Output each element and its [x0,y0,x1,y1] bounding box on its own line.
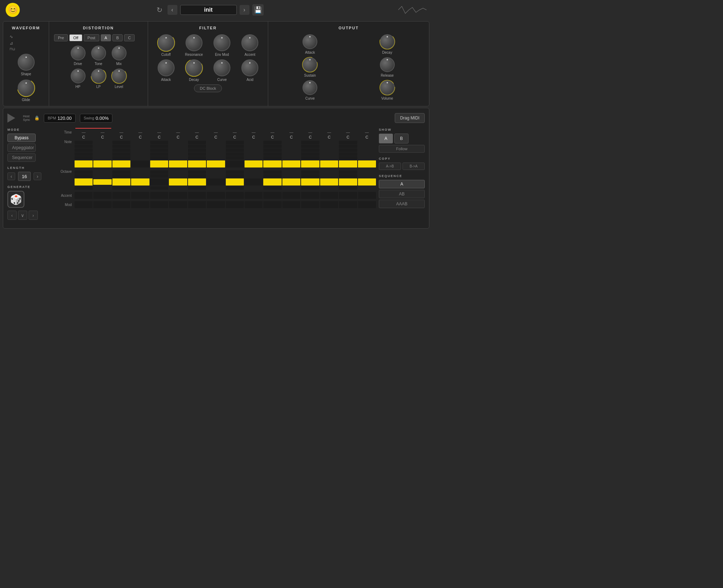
mode-bypass-button[interactable]: Bypass [7,134,36,142]
show-a-button[interactable]: A [379,134,393,143]
reload-button[interactable]: ↻ [155,5,165,15]
dist-b-button[interactable]: B [112,34,123,41]
note-active-11[interactable] [263,160,281,167]
filter-cutoff-knob[interactable] [158,34,175,51]
filter-resonance-knob[interactable] [186,34,202,51]
show-b-button[interactable]: B [394,134,408,143]
oct-14[interactable] [320,178,338,186]
bpm-value[interactable]: 120.00 [58,116,72,121]
n1-16[interactable] [358,141,376,144]
filter-curve-knob[interactable] [213,59,230,76]
n1-2[interactable] [93,141,111,144]
n1-11[interactable] [263,141,281,144]
oct-10[interactable] [245,178,263,186]
dist-post-button[interactable]: Post [84,34,99,41]
drive-knob[interactable] [71,46,86,60]
output-sustain-knob[interactable] [302,57,317,72]
note-active-12[interactable] [282,160,300,167]
n1-1[interactable] [75,141,93,144]
n1-14[interactable] [320,141,338,144]
seq-nav-next[interactable]: › [29,211,38,220]
dice-button[interactable]: 🎲 [7,191,24,208]
note-active-5[interactable] [150,160,168,167]
n1-6[interactable] [169,141,187,144]
oct-11[interactable] [263,178,281,186]
oct-4[interactable] [131,178,149,186]
copy-ab-button[interactable]: A->B [379,163,401,170]
filter-decay-knob[interactable] [186,59,202,76]
oct-12[interactable] [282,178,300,186]
filter-acid-knob[interactable] [241,59,258,76]
tone-knob[interactable] [91,46,106,60]
output-curve-knob[interactable] [302,80,317,95]
follow-button[interactable]: Follow [379,145,425,153]
output-attack-knob[interactable] [302,34,317,49]
n1-7[interactable] [188,141,206,144]
output-decay-knob[interactable] [380,34,395,49]
n1-9[interactable] [226,141,244,144]
oct-9[interactable] [226,178,244,186]
n1-10[interactable] [245,141,263,144]
oct-1[interactable] [75,178,93,186]
note-active-4[interactable] [131,160,149,167]
n1-8[interactable] [207,141,225,144]
note-active-10[interactable] [245,160,263,167]
mode-sequencer-button[interactable]: Sequencer [7,153,36,162]
seq-pattern-ab[interactable]: AB [379,190,425,198]
oct-16[interactable] [358,178,376,186]
n1-4[interactable] [131,141,149,144]
note-active-3[interactable] [112,160,130,167]
oct-7[interactable] [188,178,206,186]
prev-preset-button[interactable]: ‹ [167,5,177,15]
length-dec-button[interactable]: ‹ [7,172,15,180]
n1-5[interactable] [150,141,168,144]
dist-a-button[interactable]: A [101,34,111,41]
shape-knob[interactable] [18,54,35,71]
acc-1[interactable] [75,192,93,199]
seq-nav-prev[interactable]: ‹ [7,211,17,220]
oct-3[interactable] [112,178,130,186]
mode-arpeggiator-button[interactable]: Arpeggiator [7,143,36,152]
note-active-7[interactable] [188,160,206,167]
note-active-16[interactable] [358,160,376,167]
filter-attack-knob[interactable] [158,59,175,76]
next-preset-button[interactable]: › [240,5,249,15]
length-inc-button[interactable]: › [34,172,41,180]
oct-15[interactable] [339,178,357,186]
note-active-2[interactable] [93,160,111,167]
dist-c-button[interactable]: C [124,34,135,41]
copy-ba-button[interactable]: B->A [402,163,425,170]
seq-pattern-aaab[interactable]: AAAB [379,200,425,208]
note-active-6[interactable] [169,160,187,167]
note-active-15[interactable] [339,160,357,167]
glide-knob[interactable] [18,80,35,96]
n1-13[interactable] [301,141,319,144]
oct-5[interactable] [150,178,168,186]
filter-accent-knob[interactable] [241,34,258,51]
output-volume-knob[interactable] [380,80,395,95]
note-active-1[interactable] [75,160,93,167]
play-button[interactable] [7,112,19,124]
dc-block-button[interactable]: DC Block [194,84,222,92]
drag-midi-button[interactable]: Drag MIDI [395,113,425,123]
note-active-14[interactable] [320,160,338,167]
filter-envmod-knob[interactable] [213,34,230,51]
mod-1[interactable] [75,201,93,208]
swing-value[interactable]: 0.00% [96,116,109,121]
dist-off-button[interactable]: Off [69,34,82,41]
oct-8[interactable] [207,178,225,186]
seq-pattern-a[interactable]: A [379,180,425,188]
n1-15[interactable] [339,141,357,144]
oct-6[interactable] [169,178,187,186]
hp-knob[interactable] [71,69,86,83]
note-active-9[interactable] [226,160,244,167]
output-release-knob[interactable] [380,57,395,72]
mix-knob[interactable] [112,46,127,60]
oct-13[interactable] [301,178,319,186]
level-knob[interactable] [112,69,127,83]
n1-12[interactable] [282,141,300,144]
save-button[interactable]: 💾 [252,4,264,16]
dist-pre-button[interactable]: Pre [54,34,68,41]
oct-2[interactable] [93,179,111,185]
n1-3[interactable] [112,141,130,144]
